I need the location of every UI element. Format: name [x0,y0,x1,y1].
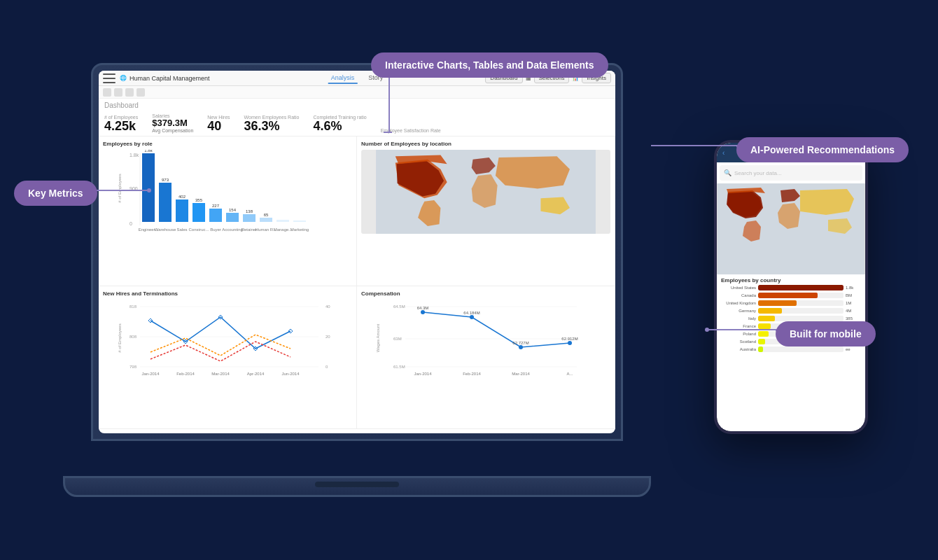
svg-point-61 [470,315,474,319]
laptop-base [63,476,651,497]
svg-text:62.912M: 62.912M [561,337,578,341]
svg-rect-6 [159,183,172,222]
svg-text:64.3M: 64.3M [417,306,429,310]
kpi-row: # of Employees 4.25k Salaries $379.3M Av… [99,111,615,136]
svg-text:808: 808 [130,335,137,339]
charts-grid: Employees by role 1.8k 900 0 1.8k 973 [99,136,615,429]
chart-new-hires: New Hires and Terminations 818 808 798 4… [99,286,357,429]
kpi-training: Completed Training ratio 4.6% [313,115,366,134]
line-chart-svg: 818 808 798 40 20 0 [103,300,352,377]
menu-icon[interactable] [103,74,115,83]
mobile-bar-track [758,300,844,306]
kpi-salaries-value: $379.3M [152,118,193,128]
chart-employees-by-location: Number of Employees by location [357,136,615,286]
bar-chart-svg: 1.8k 900 0 1.8k 973 402 [103,150,352,234]
svg-text:Feb-2014: Feb-2014 [463,372,481,376]
mobile-search-bar[interactable]: 🔍 Search your data... [720,165,862,181]
mobile-bar-fill [758,339,765,344]
mobile-screen: ‹ Human Capital Management ≡ 🔍 Search yo… [717,143,865,431]
svg-text:0: 0 [326,365,328,369]
svg-text:# of Employees: # of Employees [118,174,122,203]
svg-text:20: 20 [326,335,330,339]
chart-compensation: Compensation 64.5M 63M 61.5M [357,286,615,429]
mobile-frame: ‹ Human Capital Management ≡ 🔍 Search yo… [714,140,868,434]
compensation-chart-svg: 64.5M 63M 61.5M [361,300,610,377]
mobile-bar-row: Australiaee [721,346,861,352]
annotation-interactive-charts: Interactive Charts, Tables and Data Elem… [371,52,608,78]
kpi-salaries-sub: Avg Compensation [152,128,193,133]
mobile-search-icon: 🔍 [724,169,732,176]
kpi-employees-value: 4.25k [104,120,138,134]
svg-text:1.8k: 1.8k [144,150,153,153]
svg-text:818: 818 [130,304,137,309]
annotation-key-metrics: Key Metrics [14,181,97,206]
mobile-bar-fill [758,331,769,337]
svg-point-62 [519,345,523,349]
svg-rect-14 [226,213,239,222]
svg-text:63M: 63M [393,337,402,341]
mobile-bar-fill [758,323,771,329]
mobile-bar-fill [758,346,763,352]
svg-text:Warehouse: Warehouse [155,227,176,232]
chart-compensation-title: Compensation [361,290,610,297]
mobile-bar-label: United Kingdom [721,301,756,305]
svg-text:65: 65 [264,213,269,217]
kpi-salaries: Salaries $379.3M Avg Compensation [152,113,193,133]
svg-text:Mar-2014: Mar-2014 [211,372,230,376]
dashboard-content: 🌐 Human Capital Management Analysis Stor… [99,71,615,433]
mobile-bar-track [758,285,844,290]
annotation-built-mobile: Built for mobile [776,321,876,346]
svg-point-60 [421,310,425,314]
mobile-bar-value: 1.8k [846,286,861,290]
svg-text:973: 973 [162,178,169,182]
toolbar-icon-3[interactable] [125,88,134,97]
mobile-bar-row: Italy385 [721,316,861,321]
svg-text:Accounting: Accounting [222,227,243,232]
laptop-screen: 🌐 Human Capital Management Analysis Stor… [99,71,615,433]
svg-rect-12 [209,209,222,222]
svg-text:64.184M: 64.184M [463,311,479,315]
mobile-bar-label: France [721,324,756,328]
mobile-bar-label: Canada [721,293,756,298]
mobile-bar-fill [758,285,844,290]
mobile-bar-fill [758,316,775,321]
svg-text:Jan-2014: Jan-2014 [141,372,160,376]
mobile-bar-label: United States [721,286,756,290]
mobile-bar-track [758,316,844,321]
chart-employees-by-role: Employees by role 1.8k 900 0 1.8k 973 [99,136,357,286]
svg-text:Jan-2014: Jan-2014 [414,372,432,376]
toolbar [99,86,615,99]
chart-newhires-title: New Hires and Terminations [103,290,352,297]
svg-rect-20 [276,220,289,222]
svg-text:# of Employees: # of Employees [118,324,122,353]
svg-text:0: 0 [130,221,132,226]
mobile-bar-label: Scotland [721,340,756,344]
mobile-bar-label: Poland [721,332,756,336]
svg-text:62.727M: 62.727M [512,341,528,345]
mobile-bar-value: ee [846,347,861,351]
svg-text:64.5M: 64.5M [393,304,405,309]
toolbar-icon-2[interactable] [114,88,122,97]
dashboard-subtitle: Dashboard [99,99,615,111]
toolbar-icon-4[interactable] [136,88,145,97]
svg-text:Buyer: Buyer [210,227,221,232]
svg-text:Manage...: Manage... [274,227,293,232]
kpi-newhires: New Hires 40 [207,115,230,134]
svg-text:Mar-2014: Mar-2014 [512,372,530,376]
svg-text:Sales: Sales [176,227,187,232]
svg-text:Marketing: Marketing [290,227,309,232]
svg-text:61.5M: 61.5M [393,365,405,369]
mobile-bar-value: BM [846,293,861,298]
svg-text:402: 402 [178,195,186,199]
tab-analysis[interactable]: Analysis [328,73,358,84]
svg-point-63 [568,341,572,345]
svg-text:Construc...: Construc... [188,227,209,232]
svg-text:798: 798 [130,365,137,369]
mobile-bar-fill [758,293,818,298]
svg-text:40: 40 [326,304,330,309]
mobile-bar-value: 4M [846,309,861,313]
kpi-women-value: 36.3% [244,120,300,134]
mobile-bar-label: Italy [721,316,756,321]
mobile-bar-label: Australia [721,347,756,351]
toolbar-icon-1[interactable] [103,88,111,97]
